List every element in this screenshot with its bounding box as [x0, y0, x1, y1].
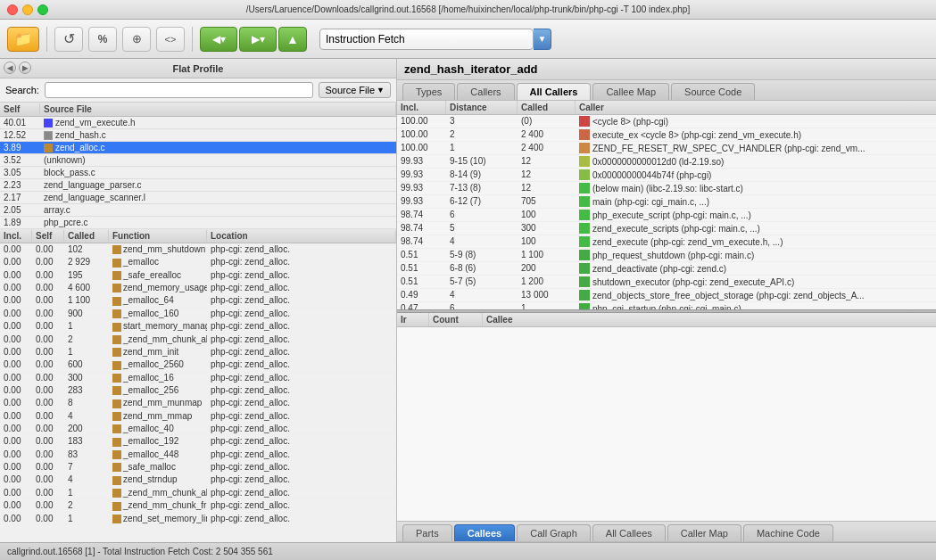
dropdown-arrow[interactable]: ▼: [534, 29, 551, 50]
list-item[interactable]: 0.000.00102zend_mm_shutdownphp-cgi: zend…: [0, 243, 396, 256]
search-input[interactable]: [45, 82, 314, 98]
close-button[interactable]: [7, 4, 18, 15]
instruction-select[interactable]: Instruction FetchCache SimulationBranch …: [319, 29, 534, 50]
left-panel: ◀ ▶ Flat Profile Search: Source File ▼ S…: [0, 59, 397, 542]
list-item[interactable]: 0.000.001zend_mm_initphp-cgi: zend_alloc…: [0, 346, 396, 358]
th-callee: Callee: [483, 313, 936, 326]
table-row[interactable]: 99.936-12 (7)705main (php-cgi: cgi_main.…: [397, 195, 936, 209]
th-distance: Distance: [446, 101, 518, 114]
tab-parts[interactable]: Parts: [402, 524, 452, 541]
list-item[interactable]: 0.000.00195_safe_ereallocphp-cgi: zend_a…: [0, 269, 396, 282]
top-section: 40.01 zend_vm_execute.h 12.52 zend_hash.…: [0, 117, 396, 229]
list-item[interactable]: 0.000.00600_emalloc_2560php-cgi: zend_al…: [0, 358, 396, 371]
percent-button[interactable]: %: [88, 27, 117, 52]
th-ir: Ir: [397, 313, 429, 326]
list-item[interactable]: 0.000.0083_emalloc_448php-cgi: zend_allo…: [0, 449, 396, 461]
list-item[interactable]: 2.17 zend_language_scanner.l: [0, 192, 396, 204]
source-file-button[interactable]: Source File ▼: [319, 82, 391, 98]
tab-types[interactable]: Types: [402, 83, 455, 100]
tab-all-callers[interactable]: All Callers: [517, 83, 592, 100]
list-item[interactable]: 3.89 zend_alloc.c: [0, 142, 396, 154]
list-item[interactable]: 0.000.001zend_set_memory_limitphp-cgi: z…: [0, 513, 396, 525]
table-row[interactable]: 98.746100php_execute_script (php-cgi: ma…: [397, 209, 936, 222]
list-item[interactable]: 2.05 array.c: [0, 204, 396, 217]
source-file-label: Source File: [325, 85, 375, 95]
list-item[interactable]: 1.89 php_pcre.c: [0, 217, 396, 229]
open-folder-button[interactable]: 📁: [7, 27, 39, 52]
tab-machine-code[interactable]: Machine Code: [743, 524, 833, 541]
function-name: zend_hash_iterator_add: [404, 62, 538, 76]
tab-callee-map[interactable]: Callee Map: [592, 83, 669, 100]
instruction-dropdown[interactable]: Instruction FetchCache SimulationBranch …: [319, 29, 551, 50]
tab-callees[interactable]: Callees: [454, 524, 516, 541]
refresh-button[interactable]: ↺: [54, 27, 83, 52]
th-called: Called: [518, 101, 576, 114]
move-button[interactable]: ⊕: [122, 27, 151, 52]
table-row[interactable]: 0.516-8 (6)200zend_deactivate (php-cgi: …: [397, 262, 936, 276]
list-item[interactable]: 0.000.00283_emalloc_256php-cgi: zend_all…: [0, 384, 396, 397]
table-row[interactable]: 98.745300zend_execute_scripts (php-cgi: …: [397, 222, 936, 235]
list-item[interactable]: 12.52 zend_hash.c: [0, 129, 396, 142]
tab-call-graph[interactable]: Call Graph: [517, 524, 591, 541]
list-item[interactable]: 0.000.002_zend_mm_chunk_free.isra.3php-c…: [0, 499, 396, 512]
table-row[interactable]: 98.744100zend_execute (php-cgi: zend_vm_…: [397, 235, 936, 249]
th-called: Called: [64, 230, 109, 242]
tab-source-code[interactable]: Source Code: [671, 83, 755, 100]
list-item[interactable]: 0.000.001_zend_mm_chunk_alloc.isra...php…: [0, 487, 396, 499]
th-count: Count: [429, 313, 483, 326]
function-table-header: Incl. Self Called Function Location: [0, 229, 396, 243]
panel-forward-button[interactable]: ▶: [19, 62, 31, 74]
list-item[interactable]: 0.000.00900_emalloc_160php-cgi: zend_all…: [0, 308, 396, 320]
back-button[interactable]: ◀▾: [200, 27, 237, 52]
list-item[interactable]: 0.000.002_zend_mm_chunk_alloc_int...php-…: [0, 334, 396, 346]
list-item[interactable]: 0.000.00200_emalloc_40php-cgi: zend_allo…: [0, 423, 396, 435]
separator-2: [192, 27, 193, 52]
panel-back-button[interactable]: ◀: [4, 62, 16, 74]
th-function: Function: [109, 230, 207, 242]
search-label: Search:: [5, 85, 39, 95]
tab-caller-map[interactable]: Caller Map: [667, 524, 741, 541]
tab-all-callees[interactable]: All Callees: [592, 524, 666, 541]
table-row[interactable]: 99.938-14 (9)120x00000000044b74f (php-cg…: [397, 169, 936, 182]
separator-1: [46, 27, 47, 52]
table-row[interactable]: 100.0022 400execute_ex <cycle 8> (php-cg…: [397, 128, 936, 142]
th-location: Location: [207, 230, 396, 242]
table-row[interactable]: 100.003(0)<cycle 8> (php-cgi): [397, 115, 936, 128]
right-table-header: Incl. Distance Called Caller: [397, 101, 936, 115]
list-item[interactable]: 3.52 (unknown): [0, 154, 396, 167]
list-item[interactable]: 0.000.001 100_emalloc_64php-cgi: zend_al…: [0, 294, 396, 307]
th-source-file: Source File: [40, 103, 396, 115]
right-panel: zend_hash_iterator_add Types Callers All…: [397, 59, 936, 542]
up-button[interactable]: ▲: [278, 27, 307, 52]
source-file-arrow: ▼: [377, 86, 385, 95]
table-row[interactable]: 99.937-13 (8)12(below main) (libc-2.19.s…: [397, 182, 936, 195]
list-item[interactable]: 0.000.00300_emalloc_16php-cgi: zend_allo…: [0, 372, 396, 384]
tab-callers[interactable]: Callers: [457, 83, 514, 100]
minimize-button[interactable]: [22, 4, 33, 15]
bottom-tabs-bar: Parts Callees Call Graph All Callees Cal…: [397, 521, 936, 542]
maximize-button[interactable]: [37, 4, 48, 15]
table-row[interactable]: 99.939-15 (10)120x0000000000012d0 (ld-2.…: [397, 155, 936, 169]
table-row[interactable]: 0.515-9 (8)1 100php_request_shutdown (ph…: [397, 249, 936, 262]
list-item[interactable]: 0.000.004 600zend_memory_usagephp-cgi: z…: [0, 282, 396, 294]
list-item[interactable]: 0.000.002 929_emallocphp-cgi: zend_alloc…: [0, 256, 396, 268]
list-item[interactable]: 0.000.001start_memory_managerphp-cgi: ze…: [0, 320, 396, 333]
function-name-header: zend_hash_iterator_add: [397, 59, 936, 80]
list-item[interactable]: 40.01 zend_vm_execute.h: [0, 117, 396, 129]
forward-button[interactable]: ▶▾: [239, 27, 277, 52]
list-item[interactable]: 2.23 zend_language_parser.c: [0, 179, 396, 192]
list-item[interactable]: 0.000.00183_emalloc_192php-cgi: zend_all…: [0, 435, 396, 448]
table-row[interactable]: 0.4761php_cgi_startup (php-cgi: cgi_main…: [397, 302, 936, 309]
list-item[interactable]: 0.000.004zend_strndupphp-cgi: zend_alloc…: [0, 474, 396, 486]
nav-button-group: ◀▾ ▶▾ ▲: [200, 27, 307, 52]
table-row[interactable]: 0.515-7 (5)1 200shutdown_executor (php-c…: [397, 276, 936, 289]
list-item[interactable]: 0.000.008zend_mm_munmapphp-cgi: zend_all…: [0, 397, 396, 409]
table-row[interactable]: 0.49413 000zend_objects_store_free_objec…: [397, 289, 936, 302]
th-self: Self: [32, 230, 64, 242]
arrows-button[interactable]: <>: [156, 27, 185, 52]
list-item[interactable]: 0.000.004zend_mm_mmapphp-cgi: zend_alloc…: [0, 410, 396, 423]
window-title: /Users/Laruence/Downloads/callgrind.out.…: [246, 4, 690, 14]
table-row[interactable]: 100.0012 400ZEND_FE_RESET_RW_SPEC_CV_HAN…: [397, 142, 936, 155]
list-item[interactable]: 0.000.007_safe_mallocphp-cgi: zend_alloc…: [0, 461, 396, 474]
list-item[interactable]: 3.05 block_pass.c: [0, 167, 396, 179]
